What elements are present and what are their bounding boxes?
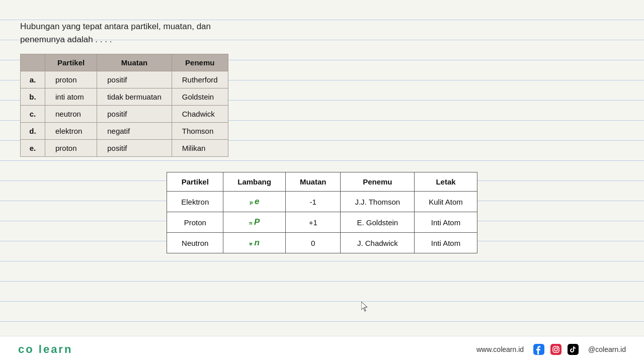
detail-muatan-neutron: 0 [285,233,341,253]
option-label-d: d. [21,123,45,140]
option-penemu-b: Goldstein [172,88,228,106]
option-partikel-a: proton [45,71,97,88]
option-label-a: a. [21,71,45,88]
detail-penemu-proton: E. Goldstein [341,212,415,233]
option-muatan-d: negatif [97,123,172,140]
question-text: Hubungan yang tepat antara partikel, mua… [20,20,624,46]
option-muatan-e: positif [97,140,172,157]
question-line2: penemunya adalah . . . . [20,35,112,44]
options-col-label [21,54,45,71]
option-muatan-a: positif [97,71,172,88]
social-icons [533,343,579,355]
option-label-b: b. [21,88,45,106]
options-col-partikel: Partikel [45,54,97,71]
detail-lambang-neutron: ₑ n [223,233,286,253]
detail-penemu-elektron: J.J. Thomson [341,192,415,212]
tiktok-icon [567,343,579,355]
svg-point-4 [557,347,558,348]
option-label-c: c. [21,106,45,123]
option-partikel-c: neutron [45,106,97,123]
footer-handle: @colearn.id [588,345,626,353]
detail-partikel-proton: Proton [167,212,223,233]
option-row-e: e. proton positif Milikan [21,140,228,157]
detail-table: Partikel Lambang Muatan Penemu Letak Ele… [167,172,477,253]
footer-url: www.colearn.id [476,345,524,353]
detail-table-wrapper: Partikel Lambang Muatan Penemu Letak Ele… [20,172,624,253]
detail-letak-neutron: Inti Atom [415,233,477,253]
instagram-icon [550,343,562,355]
detail-lambang-proton: ₙ P [223,212,286,233]
detail-lambang-elektron: ₚ e [223,192,286,212]
detail-row-proton: Proton ₙ P +1 E. Goldstein Inti Atom [167,212,477,233]
detail-partikel-elektron: Elektron [167,192,223,212]
option-row-a: a. proton positif Rutherford [21,71,228,88]
detail-muatan-proton: +1 [285,212,341,233]
detail-col-partikel: Partikel [167,172,223,192]
footer: co learn www.colearn.id [0,336,644,362]
detail-row-elektron: Elektron ₚ e -1 J.J. Thomson Kulit Atom [167,192,477,212]
detail-partikel-neutron: Neutron [167,233,223,253]
footer-right: www.colearn.id [476,343,626,355]
detail-col-muatan: Muatan [285,172,341,192]
detail-muatan-elektron: -1 [285,192,341,212]
svg-rect-1 [550,344,561,355]
option-label-e: e. [21,140,45,157]
option-partikel-e: proton [45,140,97,157]
detail-row-neutron: Neutron ₑ n 0 J. Chadwick Inti Atom [167,233,477,253]
option-partikel-b: inti atom [45,88,97,106]
option-partikel-d: elektron [45,123,97,140]
option-row-b: b. inti atom tidak bermuatan Goldstein [21,88,228,106]
options-col-penemu: Penemu [172,54,228,71]
option-muatan-b: tidak bermuatan [97,88,172,106]
detail-col-letak: Letak [415,172,477,192]
main-content: Hubungan yang tepat antara partikel, mua… [0,0,644,253]
option-penemu-a: Rutherford [172,71,228,88]
option-penemu-d: Thomson [172,123,228,140]
logo-text: co learn [18,343,72,355]
detail-letak-elektron: Kulit Atom [415,192,477,212]
option-muatan-c: positif [97,106,172,123]
question-line1: Hubungan yang tepat antara partikel, mua… [20,22,211,31]
detail-col-lambang: Lambang [223,172,286,192]
detail-penemu-neutron: J. Chadwick [341,233,415,253]
footer-logo: co learn [18,343,72,356]
option-penemu-c: Chadwick [172,106,228,123]
detail-col-penemu: Penemu [341,172,415,192]
option-penemu-e: Milikan [172,140,228,157]
facebook-icon [533,343,545,355]
option-row-d: d. elektron negatif Thomson [21,123,228,140]
option-row-c: c. neutron positif Chadwick [21,106,228,123]
detail-letak-proton: Inti Atom [415,212,477,233]
options-table: Partikel Muatan Penemu a. proton positif… [20,54,228,157]
options-col-muatan: Muatan [97,54,172,71]
